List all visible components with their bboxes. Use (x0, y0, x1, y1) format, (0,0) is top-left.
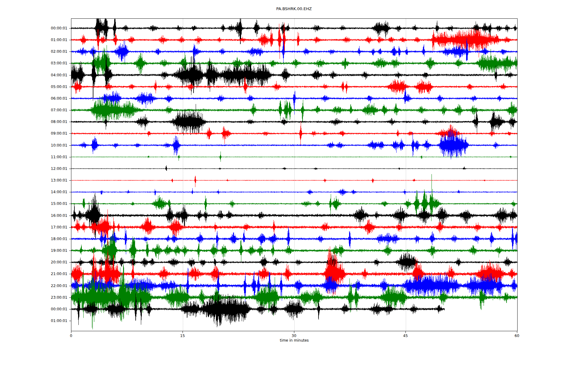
y-axis-label: 22:00:01 (31, 284, 67, 288)
x-tick-mark (405, 331, 406, 333)
y-tick-mark (69, 180, 71, 181)
y-axis-label: 07:00:01 (31, 108, 67, 112)
y-axis-label: 04:00:01 (31, 73, 67, 77)
y-axis-label: 12:00:01 (31, 167, 67, 171)
x-tick-mark (183, 331, 183, 333)
y-tick-mark (69, 87, 71, 87)
y-tick-mark (69, 274, 71, 274)
y-axis-label: 01:00:01 (31, 38, 67, 42)
plot-area (71, 18, 518, 331)
y-tick-mark (69, 75, 71, 75)
x-tick-label: 60 (511, 334, 523, 338)
x-tick-label: 15 (176, 334, 189, 338)
y-axis-label: 19:00:01 (31, 249, 67, 252)
y-tick-mark (69, 309, 71, 309)
y-axis-label: 10:00:01 (31, 144, 67, 147)
y-tick-mark (69, 297, 71, 298)
x-tick-label: 45 (399, 334, 412, 338)
y-axis-label: 00:00:01 (31, 307, 67, 311)
y-tick-mark (69, 192, 71, 192)
y-axis-label: 20:00:01 (31, 260, 67, 264)
y-axis-label: 09:00:01 (31, 132, 67, 135)
y-tick-mark (69, 63, 71, 63)
x-tick-mark (517, 331, 517, 333)
x-tick-label: 30 (288, 334, 300, 338)
y-tick-mark (69, 133, 71, 134)
y-tick-mark (69, 122, 71, 122)
y-tick-mark (69, 251, 71, 251)
x-axis-label: time in minutes (248, 338, 340, 343)
y-tick-mark (69, 98, 71, 99)
figure-title: PA.BSHRK.00.EHZ (0, 6, 588, 11)
x-tick-label: 0 (65, 334, 77, 338)
y-axis-label: 21:00:01 (31, 272, 67, 276)
y-axis-label: 05:00:01 (31, 85, 67, 89)
y-axis-label: 23:00:01 (31, 296, 67, 299)
x-tick-mark (71, 331, 71, 333)
y-axis-label: 00:00:01 (31, 26, 67, 30)
y-tick-mark (69, 40, 71, 40)
y-tick-mark (69, 286, 71, 286)
y-axis-label: 16:00:01 (31, 214, 67, 217)
y-axis-label: 01:00:01 (31, 319, 67, 323)
y-axis-label: 02:00:01 (31, 50, 67, 53)
y-tick-mark (69, 52, 71, 52)
y-tick-mark (69, 227, 71, 228)
y-tick-mark (69, 262, 71, 263)
y-tick-mark (69, 157, 71, 157)
y-axis-label: 03:00:01 (31, 61, 67, 65)
y-tick-mark (69, 28, 71, 29)
y-tick-mark (69, 169, 71, 169)
y-axis-label: 06:00:01 (31, 97, 67, 100)
y-tick-mark (69, 216, 71, 216)
y-axis-label: 14:00:01 (31, 190, 67, 194)
y-axis-label: 11:00:01 (31, 155, 67, 159)
y-axis-label: 13:00:01 (31, 178, 67, 182)
y-axis-label: 18:00:01 (31, 237, 67, 241)
y-tick-mark (69, 110, 71, 110)
y-tick-mark (69, 321, 71, 321)
y-axis-label: 08:00:01 (31, 120, 67, 124)
y-axis-label: 15:00:01 (31, 202, 67, 205)
y-tick-mark (69, 239, 71, 239)
y-tick-mark (69, 145, 71, 146)
waveform-canvas (71, 19, 517, 331)
y-tick-mark (69, 204, 71, 204)
y-axis-label: 17:00:01 (31, 225, 67, 229)
x-tick-mark (294, 331, 294, 333)
